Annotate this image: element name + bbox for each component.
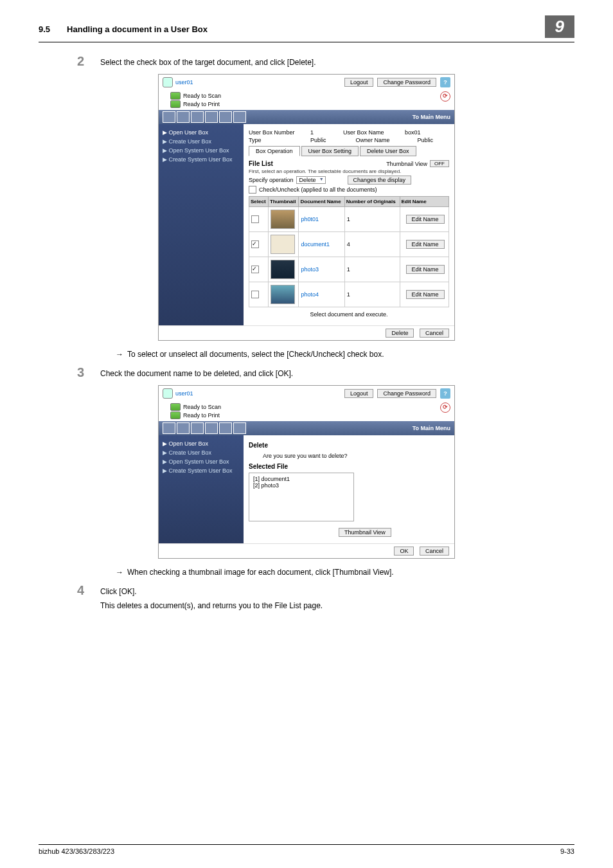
change-password-button[interactable]: Change Password	[377, 78, 436, 87]
selected-file-2: [2] photo3	[253, 482, 350, 489]
note-thumbnail-view: →When checking a thumbnail image for eac…	[116, 568, 574, 577]
thumbnail-view-button[interactable]: Thumbnail View	[339, 528, 391, 537]
cancel-button[interactable]: Cancel	[420, 329, 449, 338]
delete-heading: Delete	[249, 442, 449, 449]
edit-name-button[interactable]: Edit Name	[406, 240, 445, 249]
help-icon[interactable]: ?	[440, 77, 450, 87]
table-row: document14Edit Name	[249, 232, 449, 257]
logout-button[interactable]: Logout	[344, 78, 374, 87]
to-main-menu-link[interactable]: To Main Menu	[413, 114, 450, 120]
check-all-checkbox[interactable]	[249, 186, 256, 194]
edit-name-button[interactable]: Edit Name	[406, 215, 445, 224]
ok-button[interactable]: OK	[394, 547, 414, 556]
ribbon-icon[interactable]	[205, 422, 218, 434]
type-label: Type	[249, 137, 306, 143]
section-title: Handling a document in a User Box	[67, 24, 208, 34]
ribbon-icon[interactable]	[219, 422, 232, 434]
scan-led-icon	[170, 92, 181, 100]
sidebar-item-open-system-user-box[interactable]: ▶ Open System User Box	[163, 146, 240, 155]
originals-count: 4	[344, 232, 400, 257]
scan-led-icon	[170, 403, 181, 411]
confirm-question: Are you sure you want to delete?	[249, 451, 449, 460]
check-all-label: Check/Uncheck (applied to all the docume…	[259, 186, 377, 193]
file-list-heading: File List	[249, 160, 273, 167]
sidebar: ▶ Open User Box ▶ Create User Box ▶ Open…	[159, 435, 244, 543]
ribbon-icon[interactable]	[177, 422, 190, 434]
thumbnail-icon	[271, 260, 295, 279]
chapter-badge: 9	[545, 15, 574, 38]
sidebar-item-open-system-user-box[interactable]: ▶ Open System User Box	[163, 457, 240, 466]
ribbon-icon[interactable]	[191, 422, 204, 434]
tab-delete-user-box[interactable]: Delete User Box	[360, 146, 416, 156]
row-checkbox[interactable]	[251, 240, 259, 248]
col-document-name: Document Name	[299, 197, 344, 207]
status-scan: Ready to Scan	[183, 404, 221, 410]
box-number-label: User Box Number	[249, 129, 306, 136]
sidebar-item-create-system-user-box[interactable]: ▶ Create System User Box	[163, 466, 240, 475]
sidebar-item-create-user-box[interactable]: ▶ Create User Box	[163, 448, 240, 457]
col-edit-name: Edit Name	[400, 197, 449, 207]
table-row: photo31Edit Name	[249, 257, 449, 282]
specify-operation-label: Specify operation	[249, 177, 294, 183]
note-check-uncheck: →To select or unselect all documents, se…	[116, 350, 574, 359]
row-checkbox[interactable]	[251, 266, 259, 273]
username: user01	[175, 390, 193, 397]
step-2-text: Select the check box of the target docum…	[100, 54, 316, 69]
change-password-button[interactable]: Change Password	[377, 389, 436, 398]
tab-user-box-setting[interactable]: User Box Setting	[301, 146, 359, 156]
ribbon-icon[interactable]	[163, 111, 175, 123]
document-link[interactable]: ph0t01	[301, 216, 319, 222]
sidebar-item-open-user-box[interactable]: ▶ Open User Box	[163, 439, 240, 448]
print-led-icon	[170, 411, 181, 419]
ribbon-icon[interactable]	[233, 422, 246, 434]
owner-label: Owner Name	[356, 137, 414, 143]
edit-name-button[interactable]: Edit Name	[406, 290, 445, 299]
sidebar-item-create-system-user-box[interactable]: ▶ Create System User Box	[163, 155, 240, 164]
originals-count: 1	[344, 207, 400, 232]
cancel-button[interactable]: Cancel	[420, 547, 449, 556]
execute-instruction: Select document and execute.	[249, 307, 449, 321]
box-name-label: User Box Name	[343, 129, 401, 136]
document-link[interactable]: photo3	[301, 266, 319, 273]
ribbon-icon[interactable]	[233, 111, 246, 123]
thumbnail-icon	[271, 210, 295, 229]
thumbnail-icon	[271, 285, 295, 304]
changes-display-button[interactable]: Changes the display	[348, 176, 412, 185]
step-4-text: Click [OK]. This deletes a document(s), …	[100, 583, 323, 610]
refresh-icon[interactable]: ⟳	[440, 91, 450, 102]
refresh-icon[interactable]: ⟳	[440, 402, 450, 413]
document-link[interactable]: photo4	[301, 291, 319, 298]
status-scan: Ready to Scan	[183, 93, 221, 99]
logout-button[interactable]: Logout	[344, 389, 374, 398]
step-3-text: Check the document name to be deleted, a…	[100, 365, 293, 380]
edit-name-button[interactable]: Edit Name	[406, 265, 445, 274]
row-checkbox[interactable]	[251, 291, 259, 298]
ribbon-icon[interactable]	[177, 111, 190, 123]
selected-file-list: [1] document1 [2] photo3	[249, 473, 354, 521]
thumbnail-toggle-button[interactable]: OFF	[430, 160, 449, 167]
table-row: photo41Edit Name	[249, 282, 449, 307]
type-value: Public	[310, 137, 326, 143]
ribbon-icon[interactable]	[191, 111, 204, 123]
originals-count: 1	[344, 257, 400, 282]
help-icon[interactable]: ?	[440, 388, 450, 399]
tab-box-operation[interactable]: Box Operation	[249, 146, 300, 156]
sidebar-item-open-user-box[interactable]: ▶ Open User Box	[163, 128, 240, 137]
delete-button[interactable]: Delete	[386, 329, 414, 338]
status-print: Ready to Print	[183, 101, 220, 107]
ribbon-icon[interactable]	[205, 111, 218, 123]
to-main-menu-link[interactable]: To Main Menu	[413, 425, 450, 431]
document-link[interactable]: document1	[301, 241, 330, 248]
sidebar-item-create-user-box[interactable]: ▶ Create User Box	[163, 137, 240, 146]
ribbon-icon[interactable]	[219, 111, 232, 123]
ribbon-icon[interactable]	[163, 422, 175, 434]
thumbnail-icon	[271, 235, 295, 254]
box-number-value: 1	[310, 129, 314, 136]
operation-select[interactable]: Delete	[296, 176, 326, 184]
section-number: 9.5	[39, 24, 50, 34]
screenshot-confirm-delete: user01 Logout Change Password ? ⟳ Ready …	[158, 385, 455, 559]
footer-page-number: 9-33	[560, 847, 574, 855]
row-checkbox[interactable]	[251, 215, 259, 223]
step-2-number: 2	[77, 54, 100, 69]
col-select: Select	[249, 197, 269, 207]
